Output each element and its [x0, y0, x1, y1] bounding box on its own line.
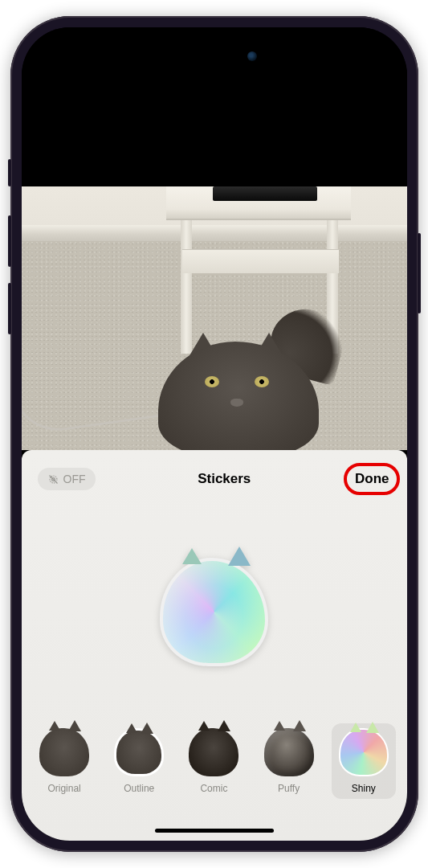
side-button-volume-up	[8, 215, 11, 267]
effect-label: Puffy	[278, 783, 300, 794]
photo-cat-eye	[255, 376, 269, 387]
side-button-silence	[8, 159, 11, 186]
side-button-power	[418, 233, 421, 313]
effect-label: Original	[47, 783, 80, 794]
effect-thumb-puffy	[264, 728, 314, 776]
effect-thumb-original	[39, 728, 89, 776]
front-camera	[247, 51, 257, 61]
iphone-frame: OFF Stickers Done Original	[10, 16, 418, 852]
sticker-preview-area	[22, 500, 407, 723]
effect-comic[interactable]: Comic	[181, 723, 246, 799]
screen: OFF Stickers Done Original	[22, 27, 407, 841]
done-button[interactable]: Done	[353, 468, 391, 490]
source-photo[interactable]	[22, 186, 407, 450]
live-off-label: OFF	[63, 473, 86, 485]
effect-original[interactable]: Original	[32, 723, 96, 799]
effect-puffy[interactable]: Puffy	[257, 723, 321, 799]
effect-outline[interactable]: Outline	[107, 723, 171, 799]
effect-label: Outline	[124, 783, 154, 794]
effect-shiny[interactable]: Shiny	[332, 723, 396, 799]
home-indicator[interactable]	[155, 829, 274, 833]
panel-title: Stickers	[198, 471, 251, 487]
photo-cat-nose	[230, 399, 243, 407]
live-off-icon	[47, 473, 59, 485]
effects-row: Original Outline Comic	[22, 723, 407, 799]
sticker-editor-panel: OFF Stickers Done Original	[22, 450, 407, 841]
panel-header: OFF Stickers Done	[22, 450, 407, 500]
sticker-preview[interactable]	[160, 558, 268, 666]
effect-label: Shiny	[352, 783, 376, 794]
side-button-volume-down	[8, 283, 11, 334]
effect-label: Comic	[200, 783, 227, 794]
photo-baseboard	[22, 225, 407, 243]
sticker-shiny-effect	[160, 558, 268, 666]
dynamic-island	[164, 42, 265, 71]
photo-cat-eye	[205, 376, 219, 387]
effect-thumb-outline	[114, 728, 164, 776]
photo-table-shelf	[182, 249, 339, 273]
photo-device	[213, 186, 317, 201]
live-off-pill[interactable]: OFF	[38, 468, 96, 490]
effect-thumb-comic	[189, 728, 238, 776]
effect-thumb-shiny	[339, 728, 389, 776]
